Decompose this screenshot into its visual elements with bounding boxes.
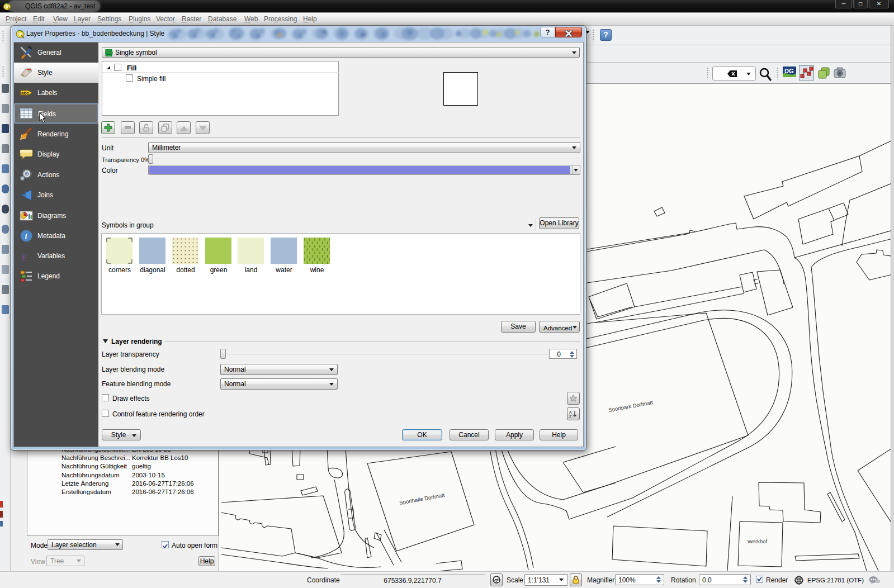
svg-text:DG: DG [784,68,794,74]
svg-text:Werkhof: Werkhof [748,538,768,544]
svg-text:Sportpark Dorfmatt: Sportpark Dorfmatt [608,399,653,413]
svg-text:Z: Z [569,415,572,418]
svg-text:ε: ε [22,250,26,263]
svg-text:i: i [25,233,27,241]
svg-text:abc: abc [21,91,29,96]
svg-text:A: A [569,410,572,414]
svg-text:Sporthalle Dorfmatt: Sporthalle Dorfmatt [399,492,445,506]
